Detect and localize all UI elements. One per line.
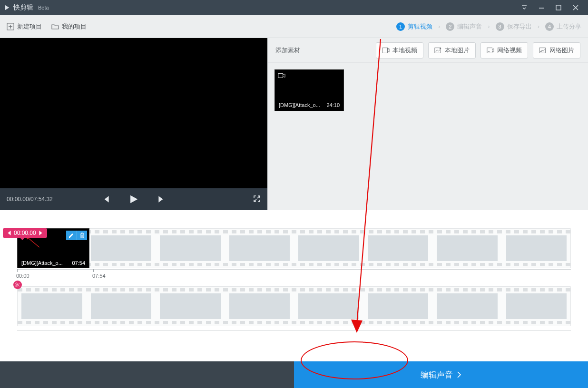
titlebar: 快剪辑 Beta xyxy=(0,0,588,15)
app-logo: 快剪辑 Beta xyxy=(4,3,49,12)
timeline-clip-duration: 07:54 xyxy=(72,260,85,266)
playhead-tag[interactable]: 00:00.00 xyxy=(3,228,47,238)
triangle-right-icon xyxy=(39,231,42,235)
app-name: 快剪辑 xyxy=(13,3,33,12)
prev-button[interactable] xyxy=(102,195,110,204)
close-icon xyxy=(572,4,579,11)
next-button[interactable] xyxy=(157,195,166,204)
button-label: 本地图片 xyxy=(445,46,470,55)
footer-bar: 编辑声音 xyxy=(0,361,588,388)
close-button[interactable] xyxy=(567,0,584,15)
minimize-icon xyxy=(538,4,545,11)
step-label: 上传分享 xyxy=(557,22,581,31)
step-upload-share[interactable]: 4 上传分享 xyxy=(545,22,581,31)
video-preview: 00:00.00/07:54.32 xyxy=(0,38,267,210)
maximize-icon xyxy=(555,4,562,11)
fullscreen-icon xyxy=(253,195,261,203)
maximize-button[interactable] xyxy=(550,0,567,15)
tick-label: 00:00 xyxy=(16,273,29,279)
video-add-icon xyxy=(382,47,390,54)
toolbar: 新建项目 我的项目 1 剪辑视频 › 2 编辑声音 › 3 保存导出 › 4 上… xyxy=(0,15,588,38)
step-edit-audio[interactable]: 2 编辑声音 xyxy=(446,22,482,31)
button-label: 网络视频 xyxy=(497,46,522,55)
preview-time: 00:00.00/07:54.32 xyxy=(7,196,53,203)
svg-rect-2 xyxy=(382,48,388,53)
camera-icon xyxy=(278,73,285,78)
my-projects-button[interactable]: 我的项目 xyxy=(51,22,87,31)
web-image-icon xyxy=(539,47,547,54)
button-label: 本地视频 xyxy=(392,46,417,55)
local-video-button[interactable]: 本地视频 xyxy=(376,42,423,58)
clip-name: [DMG][Attack_o... xyxy=(279,102,320,108)
timeline-clip-name: [DMG][Attack_o... xyxy=(21,260,63,266)
chevron-right-icon xyxy=(457,371,461,378)
step-label: 编辑声音 xyxy=(457,22,482,31)
step-save-export[interactable]: 3 保存导出 xyxy=(496,22,532,31)
asset-clip[interactable]: [DMG][Attack_o... 24:10 xyxy=(274,69,344,111)
step-number: 1 xyxy=(396,22,405,31)
image-add-icon xyxy=(434,47,442,54)
clip-duration: 24:10 xyxy=(326,102,340,108)
step-clip-video[interactable]: 1 剪辑视频 xyxy=(396,22,432,31)
workarea: 00:00.00/07:54.32 添加素材 本地视频 本地图片 xyxy=(0,38,588,210)
step-number: 2 xyxy=(446,22,454,31)
audio-track[interactable] xyxy=(17,286,571,326)
video-track[interactable]: [DMG][Attack_o... 07:54 xyxy=(17,228,571,268)
svg-rect-0 xyxy=(556,5,561,10)
footer-left xyxy=(0,361,294,388)
clip-edit-button[interactable] xyxy=(66,231,77,240)
edit-audio-button[interactable]: 编辑声音 xyxy=(294,361,588,388)
clip-delete-button[interactable] xyxy=(77,231,87,240)
skip-next-icon xyxy=(157,195,166,204)
track-baseline xyxy=(17,330,571,332)
preview-controls: 00:00.00/07:54.32 xyxy=(0,188,267,210)
online-image-button[interactable]: 网络图片 xyxy=(533,42,580,58)
local-image-button[interactable]: 本地图片 xyxy=(428,42,476,58)
beta-tag: Beta xyxy=(38,5,49,10)
assets-header: 添加素材 本地视频 本地图片 网络视频 网络图片 xyxy=(268,38,588,63)
my-projects-label: 我的项目 xyxy=(62,22,87,31)
svg-rect-6 xyxy=(278,74,283,78)
new-project-label: 新建项目 xyxy=(17,22,42,31)
online-video-button[interactable]: 网络视频 xyxy=(480,42,528,58)
scissor-marker[interactable] xyxy=(13,281,22,289)
play-icon xyxy=(128,194,139,204)
tick-label: 07:54 xyxy=(92,273,106,279)
clip-thumbnail xyxy=(275,70,343,99)
minimize-button[interactable] xyxy=(533,0,550,15)
assets-list: [DMG][Attack_o... 24:10 xyxy=(268,63,588,118)
triangle-left-icon xyxy=(8,231,11,235)
skip-prev-icon xyxy=(102,195,110,204)
dropdown-icon xyxy=(521,4,528,11)
assets-title: 添加素材 xyxy=(275,46,371,55)
assets-panel: 添加素材 本地视频 本地图片 网络视频 网络图片 xyxy=(267,38,588,210)
svg-rect-4 xyxy=(487,48,492,53)
svg-line-7 xyxy=(27,237,39,247)
folder-icon xyxy=(51,23,59,30)
step-number: 3 xyxy=(496,22,504,31)
web-video-icon xyxy=(487,47,494,54)
fullscreen-button[interactable] xyxy=(253,195,261,204)
timeline-area: 00:00.00 xyxy=(0,210,588,361)
edit-audio-label: 编辑声音 xyxy=(421,369,453,380)
chevron-right-icon: › xyxy=(488,23,490,30)
workflow-steps: 1 剪辑视频 › 2 编辑声音 › 3 保存导出 › 4 上传分享 xyxy=(396,22,581,31)
button-label: 网络图片 xyxy=(549,46,574,55)
pencil-icon xyxy=(69,233,74,238)
chevron-right-icon: › xyxy=(538,23,539,30)
dropdown-button[interactable] xyxy=(516,0,533,15)
chevron-right-icon: › xyxy=(438,23,440,30)
step-label: 剪辑视频 xyxy=(408,22,432,31)
playhead-time: 00:00.00 xyxy=(14,230,36,236)
step-label: 保存导出 xyxy=(507,22,532,31)
step-number: 4 xyxy=(545,22,554,31)
time-ruler[interactable]: 00:00 07:54 xyxy=(17,269,571,278)
plus-square-icon xyxy=(7,23,14,30)
scissor-icon xyxy=(15,282,20,287)
trash-icon xyxy=(79,233,85,238)
play-icon xyxy=(4,4,10,11)
new-project-button[interactable]: 新建项目 xyxy=(7,22,42,31)
play-button[interactable] xyxy=(128,194,139,204)
